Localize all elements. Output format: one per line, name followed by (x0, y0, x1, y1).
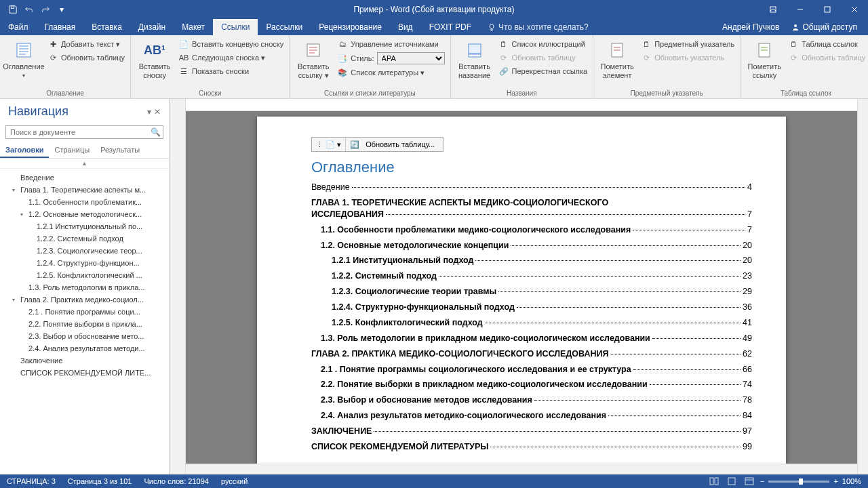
status-language[interactable]: русский (221, 477, 248, 485)
nav-tab-headings[interactable]: Заголовки (0, 143, 49, 158)
tab-review[interactable]: Рецензирование (311, 19, 390, 35)
close-icon[interactable] (841, 0, 868, 19)
tree-item[interactable]: 1.2.1 Институциональный по... (0, 220, 169, 232)
tab-mailings[interactable]: Рассылки (258, 19, 311, 35)
mark-entry-button[interactable]: Пометить элемент (597, 38, 637, 81)
toc-entry[interactable]: ЗАКЛЮЧЕНИЕ97 (311, 426, 752, 437)
ribbon-options-icon[interactable] (760, 0, 787, 19)
tab-file[interactable]: Файл (0, 19, 37, 35)
read-mode-icon[interactable] (707, 476, 721, 487)
table-of-figures-button[interactable]: 🗒Список иллюстраций (497, 38, 589, 50)
minimize-icon[interactable] (787, 0, 814, 19)
insert-caption-button[interactable]: Вставить название (455, 38, 494, 81)
toc-entry[interactable]: 1.2.3. Социологические теории травмы29 (311, 286, 752, 298)
tree-item[interactable]: 1.2.2. Системный подход (0, 232, 169, 245)
tree-item[interactable]: Заключение (0, 354, 169, 367)
toc-update-button[interactable]: 🔄 Обновить таблицу... (346, 138, 443, 151)
tree-item[interactable]: ▾Глава 2. Практика медико-социол... (0, 293, 169, 306)
toc-field-toolbar[interactable]: ⋮ 📄 ▾ 🔄 Обновить таблицу... (311, 137, 443, 152)
tree-item[interactable]: 1.1. Особенности проблематик... (0, 196, 169, 208)
show-notes-button[interactable]: ☰Показать сноски (177, 65, 285, 77)
status-wordcount[interactable]: Число слов: 21094 (144, 477, 208, 485)
nav-search-input[interactable] (5, 125, 163, 139)
tree-item[interactable]: ▾1.2. Основные методологическ... (0, 208, 169, 220)
tree-item[interactable]: Введение (0, 171, 169, 184)
insert-endnote-button[interactable]: 📄Вставить концевую сноску (177, 38, 285, 50)
bibliography-button[interactable]: 📚Список литературы ▾ (336, 66, 446, 79)
insert-citation-button[interactable]: Вставить ссылку ▾ (294, 38, 333, 81)
tree-item[interactable]: 1.2.5. Конфликтологический ... (0, 269, 169, 281)
nav-tab-results[interactable]: Результаты (95, 143, 145, 158)
zoom-slider[interactable] (768, 481, 829, 483)
user-name[interactable]: Андрей Пучков (722, 22, 779, 32)
redo-icon[interactable] (38, 2, 53, 17)
tree-item[interactable]: 2.1 . Понятие программы соци... (0, 306, 169, 318)
tree-item[interactable]: 2.3. Выбор и обоснование мето... (0, 330, 169, 342)
undo-icon[interactable] (22, 2, 37, 17)
toc-entry[interactable]: 1.2. Основные методологические концепции… (311, 240, 752, 251)
tree-item[interactable]: ▾Глава 1. Теоретические аспекты м... (0, 184, 169, 196)
tree-item[interactable]: 2.4. Анализ результатов методи... (0, 342, 169, 354)
toc-entry[interactable]: 1.2.4. Структурно-функциональный подход3… (311, 302, 752, 313)
citation-style-select[interactable]: 📑Стиль:APA (336, 52, 446, 65)
next-footnote-button[interactable]: ABСледующая сноска ▾ (177, 52, 285, 64)
toc-entry[interactable]: 1.2.2. Системный подход23 (311, 270, 752, 282)
tree-item[interactable]: 2.2. Понятие выборки в прикла... (0, 318, 169, 330)
nav-collapse-bar[interactable]: ▲ (0, 159, 169, 169)
tree-item[interactable]: 1.3. Роль методологии в прикла... (0, 281, 169, 293)
tab-insert[interactable]: Вставка (83, 19, 130, 35)
toc-entry[interactable]: 2.3. Выбор и обоснование методов исследо… (311, 394, 752, 406)
toc-entry[interactable]: ГЛАВА 1. ТЕОРЕТИЧЕСКИЕ АСПЕКТЫ МЕДИКО-СО… (311, 197, 752, 220)
toc-entry[interactable]: 1.2.1 Институциональный подход20 (311, 255, 752, 266)
toc-menu-icon[interactable]: ⋮ 📄 ▾ (312, 138, 346, 151)
horizontal-scrollbar[interactable] (186, 464, 857, 474)
tab-layout[interactable]: Макет (174, 19, 213, 35)
toc-button[interactable]: Оглавление▾ (4, 38, 43, 80)
toc-entry[interactable]: 2.4. Анализ результатов методико-социоло… (311, 410, 752, 422)
update-toa-button[interactable]: ⟳Обновить таблицу (787, 52, 867, 64)
maximize-icon[interactable] (814, 0, 841, 19)
qat-dropdown-icon[interactable]: ▾ (54, 2, 69, 17)
toc-entry[interactable]: 1.1. Особенности проблематики медико-соц… (311, 224, 752, 236)
toc-entry[interactable]: 1.2.5. Конфликтологический подход41 (311, 317, 752, 329)
zoom-value[interactable]: 100% (842, 477, 861, 485)
insert-index-button[interactable]: 🗒Предметный указатель (639, 38, 736, 50)
tab-view[interactable]: Вид (390, 19, 421, 35)
search-icon[interactable]: 🔍 (151, 127, 161, 137)
nav-tab-pages[interactable]: Страницы (49, 143, 95, 158)
print-layout-icon[interactable] (725, 476, 738, 487)
nav-close-icon[interactable]: ✕ (154, 107, 161, 117)
tab-references[interactable]: Ссылки (213, 19, 258, 35)
web-layout-icon[interactable] (743, 476, 756, 487)
update-toc-button[interactable]: ⟳Обновить таблицу (46, 52, 126, 64)
share-button[interactable]: Общий доступ (786, 22, 863, 32)
save-icon[interactable] (5, 2, 20, 17)
tree-item[interactable]: СПИСОК РЕКОМЕНДУЕМОЙ ЛИТЕ... (0, 367, 169, 379)
update-index-button[interactable]: ⟳Обновить указатель (639, 52, 736, 64)
insert-footnote-button[interactable]: AB¹ Вставить сноску (135, 38, 174, 81)
status-page-of[interactable]: Страница 3 из 101 (68, 477, 132, 485)
update-figures-button[interactable]: ⟳Обновить таблицу (497, 52, 589, 64)
zoom-out-icon[interactable]: − (760, 477, 764, 485)
nav-dropdown-icon[interactable]: ▾ (147, 107, 151, 117)
add-text-button[interactable]: ✚Добавить текст ▾ (46, 38, 126, 50)
insert-toa-button[interactable]: 🗒Таблица ссылок (787, 38, 867, 50)
tab-design[interactable]: Дизайн (130, 19, 174, 35)
document-page[interactable]: ⋮ 📄 ▾ 🔄 Обновить таблицу... Оглавление В… (257, 117, 786, 464)
tree-item[interactable]: 1.2.4. Структурно-функцион... (0, 257, 169, 269)
style-dropdown[interactable]: APA (377, 52, 445, 64)
tab-foxit[interactable]: FOXIT PDF (421, 19, 479, 35)
manage-sources-button[interactable]: 🗂Управление источниками (336, 38, 446, 50)
toc-entry[interactable]: 2.2. Понятие выборки в прикладном медико… (311, 379, 752, 390)
toc-entry[interactable]: 2.1 . Понятие программы социологического… (311, 364, 752, 375)
vertical-scrollbar[interactable] (857, 99, 868, 474)
toc-entry[interactable]: 1.3. Роль методологии в прикладном медик… (311, 333, 752, 344)
status-page[interactable]: СТРАНИЦА: 3 (7, 477, 56, 485)
tell-me-search[interactable]: Что вы хотите сделать? (479, 19, 722, 35)
zoom-in-icon[interactable]: + (833, 477, 837, 485)
toc-entry[interactable]: ГЛАВА 2. ПРАКТИКА МЕДИКО-СОЦИОЛОГИЧЕСКОГ… (311, 348, 752, 360)
tree-item[interactable]: 1.2.3. Социологические теор... (0, 245, 169, 257)
mark-citation-button[interactable]: Пометить ссылку (745, 38, 784, 81)
cross-reference-button[interactable]: 🔗Перекрестная ссылка (497, 65, 589, 77)
toc-entry[interactable]: Введение4 (311, 182, 752, 193)
